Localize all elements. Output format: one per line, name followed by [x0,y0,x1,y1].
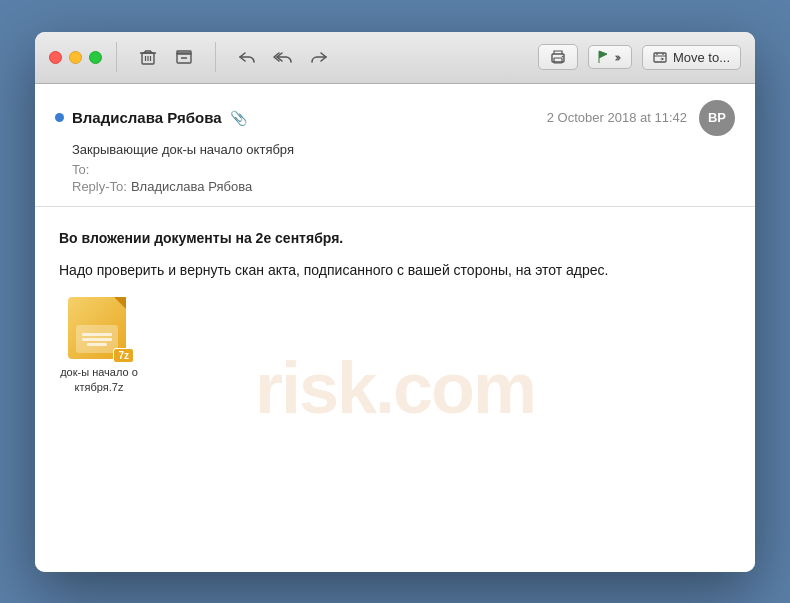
maximize-button[interactable] [89,51,102,64]
forward-button[interactable] [302,43,336,71]
email-subject: Закрывающие док-ы начало октября [72,142,294,157]
attachment-name: док-ы начало октября.7z [59,365,139,394]
file-line-3 [87,343,107,346]
email-date: 2 October 2018 at 11:42 [547,110,687,125]
avatar: BP [699,100,735,136]
subject-row: Закрывающие док-ы начало октября [55,140,735,158]
email-window: Move to... Владислава Рябова 📎 2 October… [35,32,755,572]
reply-group [230,43,336,71]
body-line2: Надо проверить и вернуть скан акта, подп… [59,262,609,278]
minimize-button[interactable] [69,51,82,64]
separator-2 [215,42,216,72]
svg-rect-14 [654,53,666,62]
file-corner [114,297,126,309]
reply-to-value: Владислава Рябова [131,179,252,194]
reply-to-row: Reply-To: Владислава Рябова [55,179,735,194]
traffic-lights [49,51,102,64]
from-left: Владислава Рябова 📎 [55,109,247,126]
close-button[interactable] [49,51,62,64]
move-to-label: Move to... [673,50,730,65]
to-row: To: [55,162,735,177]
attachment-indicator: 📎 [230,110,247,126]
email-body-text: Во вложении документы на 2е сентября. На… [59,227,731,282]
move-to-button[interactable]: Move to... [642,45,741,70]
from-row: Владислава Рябова 📎 2 October 2018 at 11… [55,100,735,136]
body-line1: Во вложении документы на 2е сентября. [59,230,343,246]
sender-name: Владислава Рябова [72,109,222,126]
flag-button[interactable] [588,45,632,69]
file-icon-inner [76,325,118,353]
to-label: To: [72,162,89,177]
email-body: risk.com Во вложении документы на 2е сен… [35,207,755,572]
reply-all-button[interactable] [266,43,300,71]
separator-1 [116,42,117,72]
reply-to-label: Reply-To: [72,179,127,194]
unread-dot [55,113,64,122]
svg-point-13 [562,56,564,58]
archive-button[interactable] [167,43,201,71]
email-header: Владислава Рябова 📎 2 October 2018 at 11… [35,84,755,207]
print-button[interactable] [538,44,578,70]
file-line-2 [82,338,112,341]
reply-button[interactable] [230,43,264,71]
attachment-item[interactable]: 7z док-ы начало октября.7z [59,297,139,394]
delete-button[interactable] [131,43,165,71]
file-badge: 7z [113,348,134,363]
delete-group [131,43,201,71]
attachment-icon-box: 7z [68,297,130,359]
titlebar: Move to... [35,32,755,84]
attachment-container: 7z док-ы начало октября.7z [59,297,731,394]
file-line-1 [82,333,112,336]
